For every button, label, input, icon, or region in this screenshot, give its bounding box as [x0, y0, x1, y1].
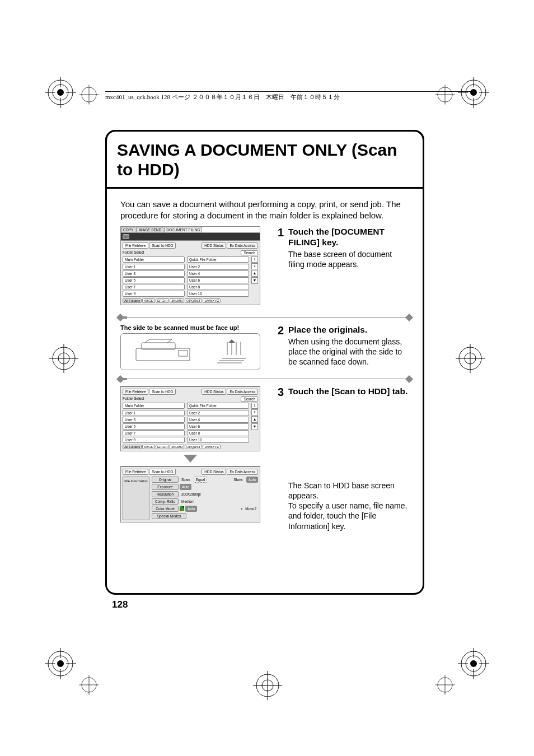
alpha-filter[interactable]: JKLMN	[170, 445, 184, 449]
header-rule	[105, 91, 475, 92]
user-folder[interactable]: User 2	[187, 264, 249, 270]
user-folder[interactable]: User 3	[123, 270, 185, 277]
exposure-button[interactable]: Exposure	[152, 484, 179, 490]
crop-mark-icon	[44, 647, 77, 680]
sub-tab-hdd-status[interactable]: HDD Status	[202, 389, 226, 395]
alpha-filter[interactable]: UVWXYZ	[203, 445, 221, 449]
paper-stack-icon	[214, 338, 247, 365]
alpha-filter[interactable]: All Folders	[123, 298, 142, 303]
arrow-down-icon	[184, 455, 197, 463]
crop-mark-icon	[457, 76, 490, 109]
quick-file-folder-button[interactable]: Quick File Folder	[187, 256, 249, 263]
touchscreen-panel-1: COPY IMAGE SEND DOCUMENT FILING ⌂ File R…	[120, 226, 260, 305]
alpha-filter[interactable]: OPQRST	[185, 298, 202, 303]
alpha-filter[interactable]: ABCD	[142, 298, 155, 303]
user-folder[interactable]: User 7	[123, 284, 185, 290]
user-folder[interactable]: User 7	[123, 430, 185, 436]
resolution-button[interactable]: Resolution	[152, 491, 179, 497]
step-text: The base screen of document filing mode …	[288, 249, 409, 269]
registration-cross-icon	[434, 84, 456, 105]
original-button[interactable]: Original	[152, 477, 179, 483]
sub-tab-ex-data[interactable]: Ex Data Access	[227, 469, 258, 475]
sub-tab-file-retrieve[interactable]: File Retrieve	[123, 242, 148, 249]
svg-point-2	[57, 89, 64, 96]
step-title: Touch the [Scan to HDD] tab.	[288, 386, 409, 396]
page-frame: SAVING A DOCUMENT ONLY (Scan to HDD) You…	[105, 130, 424, 595]
user-folder[interactable]: User 1	[123, 410, 185, 416]
scroll-up-icon[interactable]: ▲	[251, 416, 258, 423]
color-value: Auto	[185, 506, 197, 512]
scan-label: Scan:	[180, 477, 193, 482]
color-mode-button[interactable]: Color Mode	[152, 506, 179, 512]
sub-tab-scan-to-hdd[interactable]: Scan to HDD	[149, 469, 176, 475]
user-folder[interactable]: User 6	[187, 277, 249, 283]
special-modes-button[interactable]: Special Modes	[152, 513, 186, 519]
user-folder[interactable]: User 5	[123, 277, 185, 283]
svg-rect-24	[179, 351, 188, 356]
alpha-filter[interactable]: EFGHI	[156, 445, 169, 449]
user-folder[interactable]: User 3	[123, 417, 185, 423]
page-title: SAVING A DOCUMENT ONLY (Scan to HDD)	[117, 141, 413, 179]
scroll-down-icon[interactable]: ▼	[251, 423, 258, 430]
sub-tab-file-retrieve[interactable]: File Retrieve	[123, 389, 148, 395]
search-button[interactable]: Search	[241, 396, 258, 402]
sub-tab-scan-to-hdd[interactable]: Scan to HDD	[149, 242, 176, 249]
resolution-value: 200X200dpi	[180, 492, 203, 497]
user-folder[interactable]: User 4	[187, 417, 249, 423]
mode-tab-document-filing[interactable]: DOCUMENT FILING	[164, 227, 202, 232]
step-text: When using the document glass, place the…	[288, 337, 409, 367]
registration-cross-icon	[78, 674, 100, 696]
registration-cross-icon	[49, 344, 78, 373]
scanner-illustration	[120, 333, 260, 370]
user-folder[interactable]: User 9	[123, 291, 185, 297]
main-folder-button[interactable]: Main Folder	[123, 256, 185, 263]
scroll-down-icon[interactable]: ▼	[251, 277, 258, 284]
alpha-filter[interactable]: All Folders	[123, 445, 142, 449]
file-information-button[interactable]: File Information	[123, 477, 149, 520]
sub-tab-ex-data[interactable]: Ex Data Access	[227, 389, 258, 395]
sub-tab-hdd-status[interactable]: HDD Status	[202, 242, 226, 249]
alpha-filter[interactable]: OPQRST	[185, 445, 202, 449]
step-divider	[120, 378, 409, 380]
alpha-filter[interactable]: UVWXYZ	[203, 298, 221, 303]
folder-select-label: Folder Select	[123, 396, 144, 402]
sub-tab-hdd-status[interactable]: HDD Status	[202, 469, 226, 475]
user-folder[interactable]: User 1	[123, 264, 185, 270]
user-folder[interactable]: User 8	[187, 430, 249, 436]
mode-tab-copy[interactable]: COPY	[121, 227, 135, 232]
registration-cross-icon	[434, 674, 456, 696]
alpha-filter[interactable]: JKLMN	[170, 298, 184, 303]
color-swatch-icon	[180, 506, 184, 511]
user-folder[interactable]: User 10	[187, 291, 249, 297]
home-icon[interactable]: ⌂	[123, 234, 129, 239]
step-divider	[120, 316, 409, 319]
page-indicator: 2	[251, 263, 258, 269]
mode-tab-image-send[interactable]: IMAGE SEND	[136, 227, 163, 232]
user-folder[interactable]: User 10	[187, 437, 249, 443]
search-button[interactable]: Search	[241, 250, 258, 255]
user-folder[interactable]: User 6	[187, 423, 249, 430]
user-folder[interactable]: User 2	[187, 410, 249, 416]
step-text: The Scan to HDD base screen appears. To …	[288, 480, 409, 531]
alpha-filter[interactable]: ABCD	[142, 445, 155, 449]
sub-tab-file-retrieve[interactable]: File Retrieve	[123, 469, 148, 475]
exposure-value: Auto	[180, 484, 191, 490]
store-value: Auto	[246, 477, 258, 483]
scroll-up-icon[interactable]: ▲	[251, 270, 258, 277]
step-number: 1	[274, 226, 284, 309]
mono-label: Mono2	[243, 506, 258, 511]
sub-tab-scan-to-hdd[interactable]: Scan to HDD	[149, 389, 176, 395]
user-folder[interactable]: User 5	[123, 423, 185, 430]
quick-file-folder-button[interactable]: Quick File Folder	[187, 403, 249, 409]
user-folder[interactable]: User 9	[123, 437, 185, 443]
step-number: 2	[274, 324, 284, 370]
alpha-filter[interactable]: EFGHI	[156, 298, 169, 303]
scan-value: Equal	[194, 477, 208, 483]
user-folder[interactable]: User 4	[187, 270, 249, 277]
title-box: SAVING A DOCUMENT ONLY (Scan to HDD)	[105, 130, 424, 189]
main-folder-button[interactable]: Main Folder	[123, 403, 185, 409]
user-folder[interactable]: User 8	[187, 284, 249, 290]
comp-ratio-button[interactable]: Comp. Ratio	[152, 498, 179, 505]
folder-select-label: Folder Select	[123, 250, 144, 255]
sub-tab-ex-data[interactable]: Ex Data Access	[227, 242, 258, 249]
